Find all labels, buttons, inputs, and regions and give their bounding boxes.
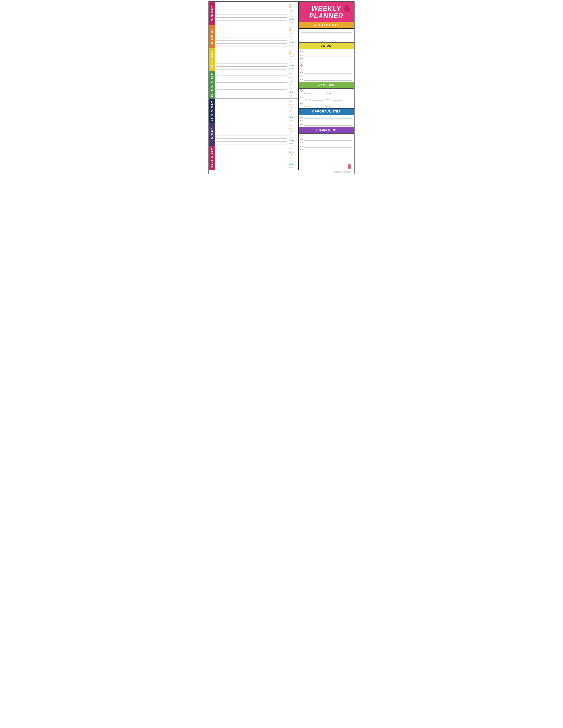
- day-line: [216, 26, 287, 29]
- link-icon: 🔗: [289, 65, 291, 67]
- icon-row: ♫▣: [289, 56, 297, 58]
- day-line: [216, 119, 287, 121]
- review-details: Company: Due Date:: [301, 105, 352, 107]
- day-label-saturday: SATURDAY: [209, 146, 215, 170]
- day-line: [216, 73, 287, 75]
- twitter-icon: 🐦: [292, 19, 294, 21]
- website-text: www.blackcatnails.com: [333, 171, 352, 173]
- icon-row: ♫▣: [289, 107, 297, 109]
- icon-row: ✏▶: [289, 68, 297, 69]
- icon-row: ✉f: [289, 124, 297, 126]
- instagram-icon: ▣: [291, 130, 293, 132]
- todo-item: [301, 57, 352, 60]
- youtube-icon: ▶: [292, 167, 293, 169]
- day-line: [216, 80, 287, 83]
- day-line: [216, 142, 287, 144]
- icon-row: ♫▣: [289, 32, 297, 34]
- day-line: [216, 124, 287, 127]
- coming-up-item: [301, 142, 352, 144]
- email-icon: ✉: [289, 148, 291, 150]
- opp-line: [304, 116, 352, 119]
- coming-up-circle: [301, 149, 303, 151]
- day-line: [216, 116, 287, 118]
- reviews-header: REVIEWS: [299, 82, 354, 89]
- icon-row: 🗑p: [289, 84, 297, 86]
- todo-line: [304, 57, 352, 60]
- icon-row: ♫▣: [289, 9, 297, 11]
- day-line: [216, 38, 287, 41]
- youtube-icon: ▶: [292, 119, 293, 121]
- link-icon: 🔗: [289, 91, 291, 93]
- icon-row: ✦t: [289, 38, 297, 40]
- coming-up-item: [301, 135, 352, 137]
- review-circle: [301, 89, 303, 92]
- day-line: [216, 94, 287, 97]
- weekly-goal-section: WEEKLY GOAL: [299, 22, 354, 43]
- chart-icon: 📶: [289, 6, 291, 8]
- review-top-line: [304, 96, 352, 98]
- coming-up-line: [304, 138, 352, 141]
- youtube-icon: ▶: [292, 44, 293, 46]
- review-top: [301, 102, 352, 105]
- day-icons-saturday: ✉f 📶g+ ♫▣ 🗑p ✦t 🔗🐦 ✏▶: [288, 146, 299, 170]
- day-line: [216, 6, 287, 9]
- icon-row: 🗑p: [289, 157, 297, 159]
- pinterest-icon: p: [292, 134, 293, 136]
- todo-circle: [301, 71, 303, 73]
- chart-icon: 📶: [289, 29, 291, 31]
- icon-row: 📶g+: [289, 29, 297, 31]
- day-line: [216, 15, 287, 18]
- icon-row: ✦t: [289, 113, 297, 115]
- review-item: Company: Due Date:: [299, 102, 354, 108]
- settings-icon: ✦: [289, 113, 291, 115]
- coming-up-circle: [301, 135, 303, 137]
- day-block-saturday: SATURDAY ✉f 📶g+ ♫▣ 🗑p ✦t 🔗🐦: [209, 146, 299, 170]
- icon-row: 🔗🐦: [289, 163, 297, 165]
- review-company-line: [312, 92, 324, 94]
- day-line: [216, 130, 287, 133]
- icon-row: ♫▣: [289, 154, 297, 156]
- review-company-line: [312, 99, 324, 101]
- day-line: [216, 61, 287, 64]
- day-line: [216, 160, 287, 162]
- day-line: [216, 91, 287, 93]
- coming-up-line: [304, 142, 352, 144]
- day-line: [216, 154, 287, 156]
- review-item: Company: Due Date:: [299, 89, 354, 95]
- day-line: [216, 44, 287, 46]
- opportunities-section: OPPORTUNITIES: [299, 109, 354, 127]
- goal-line: [301, 30, 352, 33]
- chart-icon: 📶: [289, 77, 291, 79]
- edit-icon: ✏: [289, 167, 291, 169]
- music-icon: ♫: [289, 9, 291, 11]
- todo-item: [301, 75, 352, 77]
- cat-silhouette-icon: [342, 3, 353, 13]
- goal-line: [301, 38, 352, 41]
- day-line: [216, 3, 287, 6]
- opp-line: [304, 120, 352, 122]
- todo-circle: [301, 61, 303, 63]
- settings-icon: ✦: [289, 38, 291, 40]
- day-line: [216, 58, 287, 61]
- day-line: [216, 133, 287, 136]
- todo-circle: [301, 78, 303, 80]
- day-line: [216, 127, 287, 130]
- icon-row: ✉f: [289, 148, 297, 150]
- planner-wrapper: SUNDAY ✉f 📶g+ ♫▣ 🗑p ✦t 🔗🐦: [208, 1, 355, 174]
- instagram-icon: ▣: [291, 80, 293, 82]
- edit-icon: ✏: [289, 68, 291, 69]
- review-company-label: Company:: [304, 105, 324, 107]
- day-icons-friday: ✉f 📶g+ ♫▣ 🗑p ✦t 🔗🐦 ✏▶: [288, 123, 299, 146]
- google-plus-icon: g+: [292, 7, 294, 8]
- chart-icon: 📶: [289, 52, 291, 54]
- coming-up-line: [304, 135, 352, 137]
- youtube-icon: ▶: [292, 68, 293, 69]
- footer: www.blackcatnails.com: [209, 170, 354, 174]
- icon-row: 🗑p: [289, 13, 297, 15]
- music-icon: ♫: [289, 107, 291, 109]
- day-label-wednesday: WEDNESDAY: [209, 71, 215, 99]
- small-cat-silhouette-icon: [346, 163, 353, 169]
- edit-icon: ✏: [289, 119, 291, 121]
- pinterest-icon: p: [292, 84, 293, 86]
- email-icon: ✉: [289, 26, 291, 28]
